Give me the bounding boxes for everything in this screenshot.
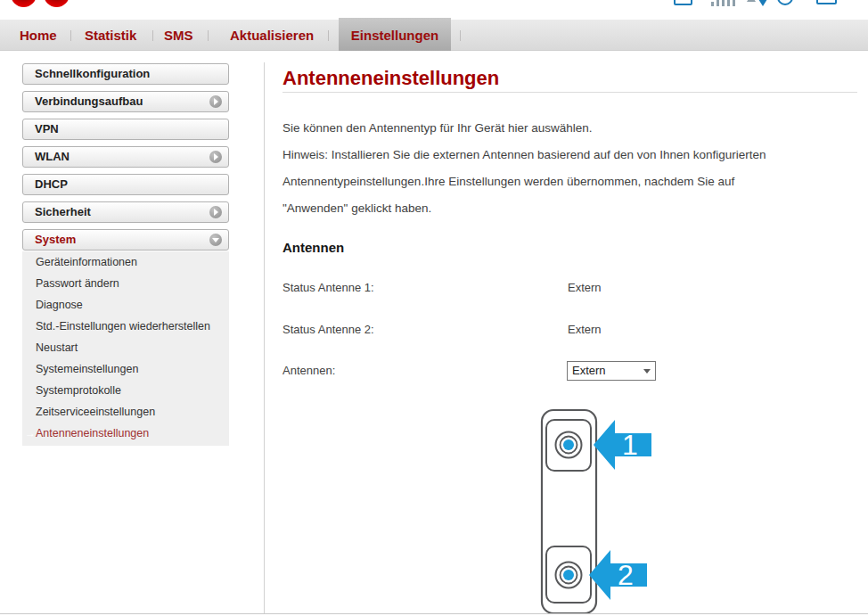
sidebar-item-label: WLAN [35,150,70,163]
sidebar-item-label: VPN [35,122,59,136]
submenu-item-std-einstellungen[interactable]: Std.-Einstellungen wiederherstellen [22,316,229,337]
sidebar-item-schnellkonfiguration[interactable]: Schnellkonfiguration [22,63,229,85]
status-antenna2-value: Extern [568,323,602,336]
submenu-item-systemprotokolle[interactable]: Systemprotokolle [22,380,229,401]
arrow-1-number: 1 [622,429,638,461]
hint-text-line: "Anwenden" geklickt haben. [283,201,431,215]
sidebar-item-sicherheit[interactable]: Sicherheit [22,201,229,223]
signal-strength-icon [727,0,730,6]
sidebar-item-label: Sicherheit [35,205,91,218]
nav-tab-sms[interactable]: SMS [164,20,193,51]
download-arrow-icon [758,0,767,6]
nav-separator [152,30,153,41]
signal-strength-icon [733,0,735,6]
submenu-item-passwort-aendern[interactable]: Passwort ändern [22,273,229,294]
sidebar-item-system[interactable]: System [22,229,229,251]
antenna-type-label: Antennen: [283,364,335,377]
submenu-item-zeitserviceeinstellungen[interactable]: Zeitserviceeinstellungen [22,401,229,423]
hint-text-line: Antennentypeinstellungen.Ihre Einstellun… [283,175,734,188]
signal-strength-icon [711,2,714,6]
logo-shape-icon [11,0,37,7]
nav-tab-statistik[interactable]: Statistik [85,20,136,51]
chevron-right-icon [209,206,222,218]
signal-strength-icon [722,0,725,6]
logo-shape-icon [44,0,70,7]
brand-logo [11,0,86,8]
sidebar-item-label: Schnellkonfiguration [35,67,150,80]
page-title: Antenneneinstellungen [283,67,499,90]
sidebar-item-verbindungsaufbau[interactable]: Verbindungsaufbau [22,91,229,112]
nav-tab-home[interactable]: Home [20,20,57,51]
chevron-right-icon [209,95,222,108]
battery-icon [816,0,837,4]
nav-separator [208,30,209,41]
submenu-item-label: Antenneneinstellungen [36,427,149,439]
submenu-item-neustart[interactable]: Neustart [22,337,229,358]
title-rule [283,92,857,93]
antenna-port1-connector [563,439,574,450]
network-icon [777,0,793,5]
current-item-arrow-icon: → [25,423,36,444]
hint-text-line: Hinweis: Installieren Sie die externen A… [283,148,766,161]
signal-strength-icon [717,0,719,6]
system-submenu: Geräteinformationen Passwort ändern Diag… [22,251,229,446]
antenna-type-selected-value: Extern [572,364,606,377]
router-admin-page: Home Statistik SMS Aktualisieren Einstel… [0,0,868,616]
arrow-2-number: 2 [618,559,634,591]
sidebar-item-label: DHCP [35,177,68,191]
sidebar-item-wlan[interactable]: WLAN [22,146,229,168]
antenna-port2-connector [563,570,574,580]
submenu-item-antenneneinstellungen[interactable]: → Antenneneinstellungen [22,423,229,444]
status-antenna1-value: Extern [568,281,602,294]
sidebar-item-label: Verbindungsaufbau [35,94,143,108]
nav-tab-aktualisieren[interactable]: Aktualisieren [230,20,314,51]
submenu-item-geraeteinformationen[interactable]: Geräteinformationen [22,251,229,273]
antenna-ports-diagram: 1 2 [535,408,659,616]
upload-arrow-icon [747,0,756,2]
antenna-type-select[interactable]: Extern [567,361,656,381]
sidebar-item-dhcp[interactable]: DHCP [22,174,229,195]
status-antenna1-label: Status Antenne 1: [283,281,374,294]
message-icon [674,0,692,5]
footer-divider [0,613,868,614]
main-navbar: Home Statistik SMS Aktualisieren Einstel… [0,20,868,51]
chevron-down-icon [209,234,222,246]
submenu-item-diagnose[interactable]: Diagnose [22,294,229,316]
nav-separator [328,30,329,41]
chevron-down-icon [643,369,651,374]
antennas-section-heading: Antennen [283,240,344,255]
nav-separator [460,30,461,41]
status-antenna2-label: Status Antenne 2: [283,323,374,336]
intro-text: Sie können den Antennentyp für Ihr Gerät… [283,121,592,135]
submenu-item-systemeinstellungen[interactable]: Systemeinstellungen [22,358,229,380]
content-divider [264,62,265,613]
status-icon-strip [670,0,857,8]
nav-tab-einstellungen[interactable]: Einstellungen [339,18,451,51]
sidebar-item-label: System [35,233,76,246]
sidebar-item-vpn[interactable]: VPN [22,119,229,140]
chevron-right-icon [209,151,222,163]
nav-separator [70,30,71,41]
